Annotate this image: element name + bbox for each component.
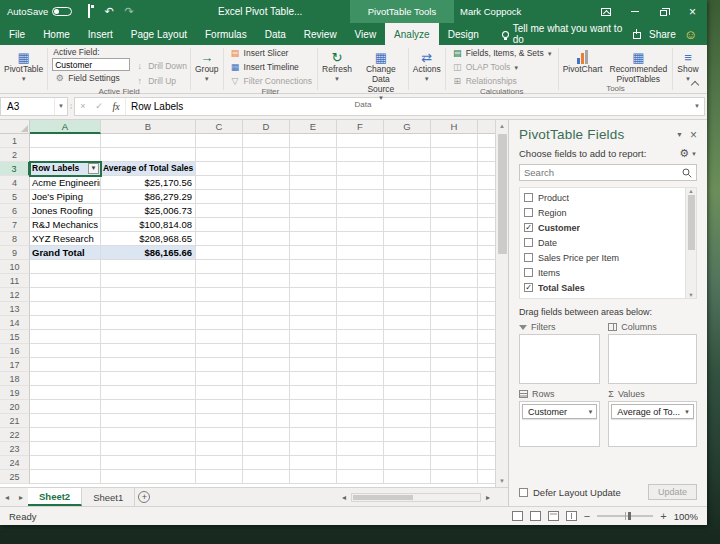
row-header-10[interactable]: 10 <box>0 260 30 274</box>
actions-button[interactable]: ⇄ Actions ▼ <box>410 45 444 82</box>
checkbox-icon[interactable]: ✓ <box>524 283 533 292</box>
cell-C6[interactable] <box>196 204 243 218</box>
defer-layout-checkbox[interactable] <box>519 488 528 497</box>
cell-G12[interactable] <box>384 288 431 302</box>
field-item-customer[interactable]: ✓Customer <box>522 220 683 235</box>
close-button[interactable]: × <box>678 0 707 23</box>
row-header-7[interactable]: 7 <box>0 218 30 232</box>
cell-E18[interactable] <box>290 372 337 386</box>
cell-F20[interactable] <box>337 400 384 414</box>
cell-A17[interactable] <box>30 358 101 372</box>
cell-C23[interactable] <box>196 442 243 456</box>
row-header-15[interactable]: 15 <box>0 330 30 344</box>
cell-G1[interactable] <box>384 134 431 148</box>
cell-E22[interactable] <box>290 428 337 442</box>
cell-H13[interactable] <box>431 302 478 316</box>
row-header-1[interactable]: 1 <box>0 134 30 148</box>
panel-tools-button[interactable]: ⚙▼ <box>679 148 697 159</box>
panel-options-icon[interactable]: ▼ <box>669 131 690 138</box>
drill-down-button[interactable]: ↓ Drill Down <box>132 60 189 73</box>
cell-D16[interactable] <box>243 344 290 358</box>
cell-C17[interactable] <box>196 358 243 372</box>
cell-H18[interactable] <box>431 372 478 386</box>
cancel-icon[interactable]: × <box>75 101 91 111</box>
cell-B4[interactable]: $25,170.56 <box>101 176 196 190</box>
cell-B22[interactable] <box>101 428 196 442</box>
cell-F13[interactable] <box>337 302 384 316</box>
sheet-nav-right-icon[interactable]: ▸ <box>14 488 28 506</box>
cell-F2[interactable] <box>337 148 384 162</box>
rows-area-box[interactable]: Customer▼ <box>519 401 600 447</box>
cell-D13[interactable] <box>243 302 290 316</box>
cell-C3[interactable] <box>196 162 243 176</box>
row-header-18[interactable]: 18 <box>0 372 30 386</box>
row-header-3[interactable]: 3 <box>0 162 30 176</box>
cell-H25[interactable] <box>431 470 478 484</box>
cell-C24[interactable] <box>196 456 243 470</box>
cell-G24[interactable] <box>384 456 431 470</box>
cell-A16[interactable] <box>30 344 101 358</box>
cell-E10[interactable] <box>290 260 337 274</box>
cell-B5[interactable]: $86,279.29 <box>101 190 196 204</box>
cell-H12[interactable] <box>431 288 478 302</box>
page-layout-view-icon[interactable] <box>548 511 559 521</box>
cell-A21[interactable] <box>30 414 101 428</box>
cell-G11[interactable] <box>384 274 431 288</box>
cell-F9[interactable] <box>337 246 384 260</box>
cell-E7[interactable] <box>290 218 337 232</box>
cell-E24[interactable] <box>290 456 337 470</box>
field-item-product[interactable]: Product <box>522 190 683 205</box>
cell-G22[interactable] <box>384 428 431 442</box>
cell-B9[interactable]: $86,165.66 <box>101 246 196 260</box>
fields-items-sets-button[interactable]: ▤ Fields, Items, & Sets ▼ <box>450 47 555 60</box>
cell-H24[interactable] <box>431 456 478 470</box>
hscrollbar-thumb[interactable] <box>353 495 413 500</box>
cell-A13[interactable] <box>30 302 101 316</box>
cell-H9[interactable] <box>431 246 478 260</box>
field-item-items[interactable]: Items <box>522 265 683 280</box>
cell-E17[interactable] <box>290 358 337 372</box>
row-header-14[interactable]: 14 <box>0 316 30 330</box>
cell-F11[interactable] <box>337 274 384 288</box>
cell-E13[interactable] <box>290 302 337 316</box>
cell-E11[interactable] <box>290 274 337 288</box>
scroll-left-icon[interactable]: ◂ <box>338 493 350 502</box>
cell-E9[interactable] <box>290 246 337 260</box>
cell-A23[interactable] <box>30 442 101 456</box>
cell-A19[interactable] <box>30 386 101 400</box>
cell-F14[interactable] <box>337 316 384 330</box>
cell-A6[interactable]: Jones Roofing <box>30 204 101 218</box>
cell-C5[interactable] <box>196 190 243 204</box>
pivotchart-button[interactable]: PivotChart <box>560 45 606 75</box>
cell-F16[interactable] <box>337 344 384 358</box>
row-header-2[interactable]: 2 <box>0 148 30 162</box>
field-item-region[interactable]: Region <box>522 205 683 220</box>
display-settings-icon[interactable] <box>512 511 523 521</box>
filter-dropdown-icon[interactable]: ▼ <box>88 163 99 174</box>
cell-C25[interactable] <box>196 470 243 484</box>
cell-E3[interactable] <box>290 162 337 176</box>
zoom-slider-thumb[interactable] <box>628 512 631 520</box>
enter-icon[interactable]: ✓ <box>91 101 107 111</box>
cell-B6[interactable]: $25,006.73 <box>101 204 196 218</box>
cell-G18[interactable] <box>384 372 431 386</box>
cell-G25[interactable] <box>384 470 431 484</box>
cell-G5[interactable] <box>384 190 431 204</box>
field-item-date[interactable]: Date <box>522 235 683 250</box>
row-header-8[interactable]: 8 <box>0 232 30 246</box>
column-header-E[interactable]: E <box>290 120 337 134</box>
tell-me-box[interactable]: Tell me what you want to do <box>502 23 633 45</box>
olap-tools-button[interactable]: ◫ OLAP Tools ▼ <box>450 61 555 74</box>
column-header-H[interactable]: H <box>431 120 478 134</box>
area-chip-values[interactable]: Average of To...▼ <box>611 404 694 419</box>
cell-H4[interactable] <box>431 176 478 190</box>
cell-E16[interactable] <box>290 344 337 358</box>
cell-D1[interactable] <box>243 134 290 148</box>
cell-A3[interactable]: Row Labels▼ <box>30 162 101 176</box>
show-button[interactable]: ≡ Show ▼ <box>674 45 701 82</box>
cell-F19[interactable] <box>337 386 384 400</box>
cell-D17[interactable] <box>243 358 290 372</box>
cell-D12[interactable] <box>243 288 290 302</box>
tab-home[interactable]: Home <box>34 23 79 45</box>
columns-area-box[interactable] <box>608 334 697 384</box>
